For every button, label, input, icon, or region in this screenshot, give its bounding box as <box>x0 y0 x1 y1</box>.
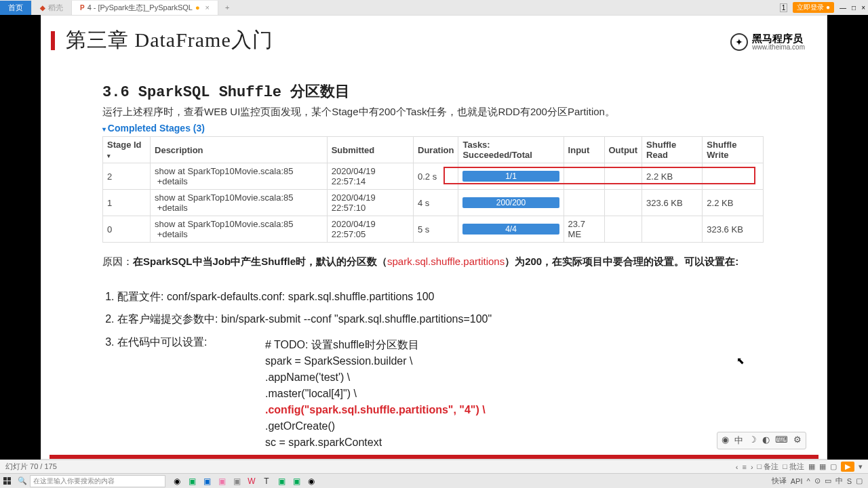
tab-home[interactable]: 首页 <box>0 1 32 15</box>
tools-button[interactable]: □ 批注 <box>783 462 804 472</box>
play-button[interactable]: ▶ <box>841 462 854 472</box>
task-progress: 4/4 <box>462 224 559 235</box>
brand-logo: ✦ 黑马程序员 www.itheima.com <box>730 33 805 51</box>
stage-link[interactable]: show at SparkTop10Movie.scala:85 <box>155 219 294 229</box>
ime-icon[interactable]: 中 <box>835 476 843 486</box>
ad-icon[interactable]: 1 <box>780 3 788 12</box>
tray-icon[interactable]: ⊙ <box>814 476 821 485</box>
wps-icon: ◆ <box>40 4 45 12</box>
moon-icon[interactable]: ☽ <box>749 434 757 447</box>
stage-link[interactable]: show at SparkTop10Movie.scala:85 <box>155 192 294 203</box>
stages-table: Stage Id ▾ Description Submitted Duratio… <box>102 136 764 243</box>
list-item: 在客户端提交参数中: bin/spark-submit --conf "spar… <box>117 310 778 328</box>
system-tray: 快译 API ^ ⊙ ▭ 中 S ▢ <box>772 476 868 486</box>
svg-rect-3 <box>7 481 11 485</box>
app-icon[interactable]: T <box>260 475 273 487</box>
zoom-dropdown-icon[interactable]: ▾ <box>859 462 863 471</box>
maximize-icon[interactable]: □ <box>852 4 856 12</box>
accent-bar <box>51 31 55 50</box>
sort-icon: ▾ <box>107 152 111 159</box>
reason-paragraph: 原因：在SparkSQL中当Job中产生Shuffle时，默认的分区数（spar… <box>102 253 778 270</box>
view-sorter-icon[interactable]: ▦ <box>819 462 826 471</box>
taskbar-apps: ◉ ▣ ▣ ▣ ▣ W T ▣ ▣ ◉ <box>171 475 317 487</box>
login-button[interactable]: 立即登录 ● <box>793 2 834 13</box>
brand-url: www.itheima.com <box>752 43 805 51</box>
globe-icon[interactable]: ◉ <box>722 434 729 447</box>
section-heading: 3.6 SparkSQL Shuffle 分区数目 <box>102 81 778 102</box>
details-link[interactable]: +details <box>157 203 188 213</box>
svg-rect-2 <box>3 481 7 485</box>
intro-text: 运行上述程序时，查看WEB UI监控页面发现，某个Stage中有200个Task… <box>102 106 778 119</box>
details-link[interactable]: +details <box>157 229 188 239</box>
col-stageid[interactable]: Stage Id ▾ <box>103 137 151 163</box>
app-icon[interactable]: ▣ <box>231 475 243 487</box>
chrome-icon[interactable]: ◉ <box>305 475 317 487</box>
outline-icon[interactable]: ≡ <box>743 463 747 471</box>
search-icon[interactable]: 🔍 <box>15 474 30 489</box>
table-row: 0 show at SparkTop10Movie.scala:85 +deta… <box>103 216 764 243</box>
tray-text[interactable]: 快译 <box>772 476 787 486</box>
view-normal-icon[interactable]: ▦ <box>808 462 815 471</box>
lang-cn-icon[interactable]: 中 <box>734 434 743 447</box>
windows-taskbar: 🔍 在这里输入你要搜索的内容 ◉ ▣ ▣ ▣ ▣ W T ▣ ▣ ◉ 快译 AP… <box>0 473 868 488</box>
tray-text[interactable]: API <box>791 477 803 485</box>
gear-icon[interactable]: ⚙ <box>793 434 802 447</box>
chevron-up-icon[interactable]: ^ <box>806 477 810 485</box>
slide-footer-bar <box>50 455 818 459</box>
app-icon[interactable]: ▣ <box>216 475 228 487</box>
keyboard-icon[interactable]: ⌨ <box>775 434 788 447</box>
app-icon[interactable]: ▣ <box>201 475 213 487</box>
slide-content: 第三章 DataFrame入门 ✦ 黑马程序员 www.itheima.com … <box>50 21 818 453</box>
svg-rect-0 <box>3 477 7 481</box>
brand-name: 黑马程序员 <box>752 33 805 43</box>
dirty-dot: ● <box>195 3 200 12</box>
prev-icon[interactable]: ‹ <box>736 463 738 471</box>
app-icon[interactable]: ▣ <box>186 475 198 487</box>
app-statusbar: 幻灯片 70 / 175 ‹ ≡ › □ 备注 □ 批注 ▦ ▦ ▢ ▶ ▾ <box>0 460 868 473</box>
list-item: 配置文件: conf/spark-defaults.conf: spark.sq… <box>117 288 778 306</box>
table-header-row: Stage Id ▾ Description Submitted Duratio… <box>103 137 764 163</box>
presenter-toolbar[interactable]: ◉ 中 ☽ ◐ ⌨ ⚙ <box>717 432 806 449</box>
clock-icon: ✦ <box>730 33 748 51</box>
ppt-icon: P <box>80 4 85 12</box>
slide-counter: 幻灯片 70 / 175 <box>5 462 57 472</box>
view-reading-icon[interactable]: ▢ <box>830 462 837 471</box>
task-progress: 200/200 <box>462 197 559 208</box>
tab-close-icon[interactable]: × <box>205 3 210 12</box>
table-row: 1 show at SparkTop10Movie.scala:85 +deta… <box>103 190 764 216</box>
task-progress: 1/1 <box>462 171 559 182</box>
tab-docshell[interactable]: ◆稻壳 <box>32 1 72 15</box>
code-snippet: # TODO: 设置shuffle时分区数目 spark = SparkSess… <box>265 337 778 451</box>
app-icon[interactable]: ▣ <box>290 475 302 487</box>
eye-icon[interactable]: ◐ <box>762 434 770 447</box>
app-icon[interactable]: ◉ <box>171 475 183 487</box>
table-row: 2 show at SparkTop10Movie.scala:85 +deta… <box>103 163 764 190</box>
note-button[interactable]: □ 备注 <box>757 462 779 472</box>
tray-icon[interactable]: S <box>847 477 852 485</box>
details-link[interactable]: +details <box>157 176 188 186</box>
chapter-title: 第三章 DataFrame入门 <box>66 26 273 54</box>
app-icon[interactable]: W <box>245 475 258 487</box>
tab-add-button[interactable]: + <box>218 1 236 14</box>
minimize-icon[interactable]: — <box>840 4 846 12</box>
notif-icon[interactable]: ▢ <box>856 476 863 485</box>
svg-rect-1 <box>7 477 11 481</box>
slide-viewport: 第三章 DataFrame入门 ✦ 黑马程序员 www.itheima.com … <box>41 15 827 460</box>
close-icon[interactable]: × <box>861 4 865 12</box>
completed-stages-link[interactable]: Completed Stages (3) <box>102 123 778 134</box>
browser-tabbar: 首页 ◆稻壳 P4 - [PySpark生态]_PySparkSQL ● × +… <box>0 0 868 15</box>
app-icon[interactable]: ▣ <box>275 475 288 487</box>
next-icon[interactable]: › <box>751 463 753 471</box>
stage-link[interactable]: show at SparkTop10Movie.scala:85 <box>155 166 294 176</box>
tray-icon[interactable]: ▭ <box>825 476 831 485</box>
start-button[interactable] <box>0 474 15 489</box>
search-input[interactable]: 在这里输入你要搜索的内容 <box>30 475 165 487</box>
tab-active[interactable]: P4 - [PySpark生态]_PySparkSQL ● × <box>72 1 218 15</box>
